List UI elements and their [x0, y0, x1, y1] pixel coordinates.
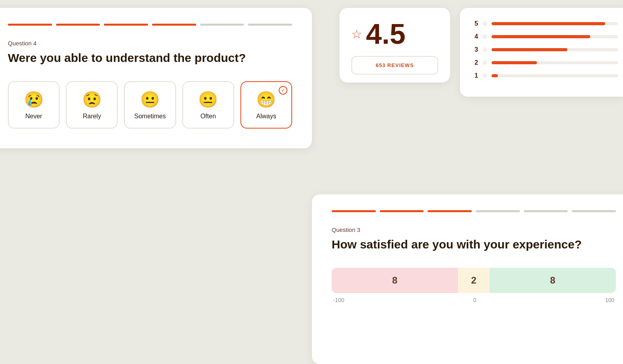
bar-track-3	[492, 48, 618, 51]
question-label-q4: Question 4	[8, 40, 292, 47]
rating-number: 4.5	[366, 20, 405, 48]
prog3-seg-4	[476, 210, 520, 212]
star-4: ☆	[482, 33, 488, 40]
nps-labels: -100 0 100	[332, 297, 616, 303]
prog3-seg-2	[380, 210, 424, 212]
prog3-seg-3	[428, 210, 472, 212]
question-label-q3: Question 3	[332, 226, 616, 233]
nps-positive-value: 8	[550, 275, 555, 286]
progress-seg-1	[8, 24, 52, 26]
bar-level-3: 3	[472, 46, 478, 53]
bar-fill-2	[492, 61, 537, 64]
nps-container: 8 2 8 -100 0 100	[332, 268, 616, 303]
option-rarely[interactable]: 😟 Rarely	[66, 81, 118, 129]
star-5: ☆	[482, 20, 488, 27]
label-never: Never	[25, 113, 42, 120]
option-never[interactable]: 😢 Never	[8, 81, 60, 129]
bar-row-4: 4 ☆	[472, 33, 618, 40]
bar-track-5	[492, 22, 618, 25]
option-often[interactable]: 😐 Often	[182, 81, 234, 129]
emoji-often: 😐	[198, 91, 218, 107]
page-background: Question 4 Were you able to understand t…	[0, 0, 623, 364]
label-sometimes: Sometimes	[134, 113, 166, 120]
label-always: Always	[256, 113, 276, 120]
label-often: Often	[201, 113, 216, 120]
nps-positive: 8	[490, 268, 616, 293]
bar-chart-card: 5 ☆ 4 ☆ 3 ☆ 2 ☆ 1	[460, 8, 623, 97]
star-3: ☆	[482, 46, 488, 53]
nps-label-left: -100	[333, 297, 344, 303]
nps-negative-value: 8	[392, 275, 397, 286]
check-icon: ✓	[279, 86, 287, 95]
bar-level-4: 4	[472, 33, 478, 40]
question-text-q3: How satisfied are you with your experien…	[332, 237, 616, 252]
bar-row-5: 5 ☆	[472, 20, 618, 27]
bar-track-2	[492, 61, 618, 64]
bar-fill-4	[492, 35, 590, 38]
progress-seg-2	[56, 24, 100, 26]
nps-neutral-value: 2	[471, 275, 476, 286]
nps-neutral: 2	[458, 268, 490, 293]
rating-display: ☆ 4.5	[351, 20, 438, 48]
nps-label-mid: 0	[473, 297, 476, 303]
bar-fill-3	[492, 48, 567, 51]
rating-card: ☆ 4.5 653 REVIEWS	[340, 8, 450, 82]
bar-fill-1	[492, 74, 498, 77]
bar-level-5: 5	[472, 20, 478, 27]
reviews-button[interactable]: 653 REVIEWS	[351, 56, 438, 75]
bar-row-1: 1 ☆	[472, 72, 618, 79]
survey-card-question4: Question 4 Were you able to understand t…	[0, 8, 312, 148]
emoji-sometimes: 😐	[140, 91, 160, 107]
prog3-seg-5	[524, 210, 568, 212]
star-1: ☆	[482, 72, 488, 79]
nps-label-right: 100	[605, 297, 614, 303]
bar-row-2: 2 ☆	[472, 59, 618, 66]
progress-seg-3	[104, 24, 148, 26]
option-sometimes[interactable]: 😐 Sometimes	[124, 81, 176, 129]
progress-seg-4	[152, 24, 196, 26]
bar-row-3: 3 ☆	[472, 46, 618, 53]
emoji-always: 😁	[256, 91, 276, 107]
bar-level-1: 1	[472, 72, 478, 79]
progress-seg-6	[248, 24, 292, 26]
question-text-q4: Were you able to understand the product?	[8, 50, 292, 65]
emoji-rarely: 😟	[82, 91, 102, 107]
bar-track-4	[492, 35, 618, 38]
prog3-seg-1	[332, 210, 376, 212]
survey-card-question3: Question 3 How satisfied are you with yo…	[312, 194, 623, 364]
bar-track-1	[492, 74, 618, 77]
label-rarely: Rarely	[83, 113, 101, 120]
bar-level-2: 2	[472, 59, 478, 66]
answer-options-q4: 😢 Never 😟 Rarely 😐 Sometimes 😐 Often ✓ 😁…	[8, 81, 292, 129]
progress-seg-5	[200, 24, 244, 26]
star-2: ☆	[482, 59, 488, 66]
progress-bar-q3	[332, 210, 616, 212]
option-always[interactable]: ✓ 😁 Always	[240, 81, 292, 129]
progress-bar-q4	[8, 24, 292, 26]
star-icon: ☆	[351, 27, 362, 41]
nps-negative: 8	[332, 268, 458, 293]
nps-bar: 8 2 8	[332, 268, 616, 293]
bar-fill-5	[492, 22, 605, 25]
emoji-never: 😢	[24, 91, 44, 107]
prog3-seg-6	[572, 210, 616, 212]
